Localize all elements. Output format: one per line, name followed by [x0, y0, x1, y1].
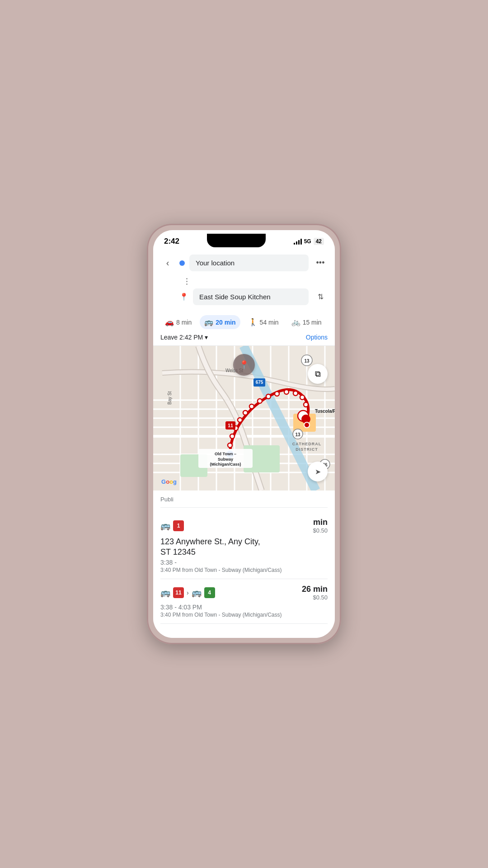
navigate-button[interactable]: ➤: [308, 462, 328, 481]
leave-time-label: Leave 2:42 PM: [160, 334, 203, 341]
transit-time: 20 min: [216, 319, 235, 326]
walk-time: 54 min: [260, 319, 279, 326]
svg-point-27: [249, 404, 254, 409]
phone-frame: 2:42 5G 42 ‹: [147, 224, 341, 644]
route-1-address: 123 Anywhere St., Any City,ST 12345: [160, 537, 328, 558]
svg-text:(Michigan/Cass): (Michigan/Cass): [210, 462, 241, 467]
destination-input[interactable]: [193, 288, 309, 305]
fly-icon: ✈: [334, 318, 335, 326]
notch: [207, 234, 266, 247]
route-card-1[interactable]: 🚌 1 min $0.50 123 Anywhere St., Any City…: [160, 512, 328, 579]
svg-point-30: [275, 392, 279, 396]
layers-icon: ⧉: [315, 369, 321, 379]
svg-point-37: [304, 422, 310, 428]
route-2-from: 3:40 PM from Old Town - Subway (Michigan…: [160, 612, 328, 618]
svg-point-29: [266, 394, 271, 399]
leave-time-button[interactable]: Leave 2:42 PM ▾: [160, 334, 208, 341]
bike-icon: 🚲: [291, 318, 300, 326]
transport-section: 🚗 8 min 🚌 20 min 🚶 54 min 🚲 15 min ✈: [153, 311, 335, 329]
svg-text:Subway: Subway: [218, 457, 233, 462]
transfer-arrow-icon: ›: [187, 589, 189, 596]
transport-bike[interactable]: 🚲 15 min: [287, 315, 326, 329]
route-card-2[interactable]: 🚌 11 › 🚌 4 26 min $0.50 3:38 - 4:03 PM 3…: [160, 579, 328, 624]
connector-dots: [179, 274, 194, 288]
layers-button[interactable]: ⧉: [308, 364, 328, 384]
route-2-time: 26 min $0.50: [302, 585, 328, 601]
chevron-down-icon: ▾: [205, 334, 208, 341]
route-badge-2a: 11: [173, 587, 184, 598]
route-badge-1: 1: [173, 520, 184, 531]
route-2-times: 3:38 - 4:03 PM: [160, 604, 328, 611]
route-badge-2b: 4: [204, 587, 215, 598]
route-1-icons: 🚌 1: [160, 520, 184, 531]
nav-section: ‹ ••• 📍 ⇅: [153, 249, 335, 311]
transit-section: Publi 🚌 1 min $0.50: [153, 491, 335, 638]
svg-point-26: [243, 410, 248, 415]
route-1-time: min $0.50: [313, 518, 328, 534]
route-1-cost: $0.50: [313, 527, 328, 534]
transport-fly[interactable]: ✈ —: [330, 315, 335, 329]
drive-icon: 🚗: [165, 318, 174, 326]
svg-text:Old Town –: Old Town –: [215, 452, 236, 456]
svg-point-31: [284, 390, 289, 394]
transport-walk[interactable]: 🚶 54 min: [244, 315, 283, 329]
route-1-from: 3:40 PM from Old Town - Subway (Michigan…: [160, 567, 328, 573]
battery-label: 42: [314, 238, 324, 245]
signal-bars: [294, 238, 302, 245]
drive-time: 8 min: [176, 319, 192, 326]
route-1-header: 🚌 1 min $0.50: [160, 518, 328, 534]
walk-icon: 🚶: [249, 318, 258, 326]
svg-point-23: [230, 434, 235, 439]
svg-point-33: [300, 395, 305, 400]
map-section: 11 13 675 13 46 Weiss St Bay St CATHEDRA…: [153, 346, 335, 491]
svg-point-28: [258, 399, 262, 403]
status-icons: 5G 42: [294, 238, 324, 245]
route-2-cost: $0.50: [302, 594, 328, 601]
location-pin-icon: 📍: [239, 360, 249, 370]
swap-button[interactable]: ⇅: [313, 290, 328, 304]
svg-point-25: [238, 418, 242, 422]
svg-text:675: 675: [256, 380, 263, 385]
leave-section: Leave 2:42 PM ▾ Options: [153, 329, 335, 346]
svg-text:13: 13: [295, 432, 300, 437]
divider-1: [160, 507, 328, 508]
svg-text:Goog: Goog: [161, 478, 177, 485]
more-options-button[interactable]: •••: [313, 256, 328, 270]
route-2-header: 🚌 11 › 🚌 4 26 min $0.50: [160, 585, 328, 601]
origin-input[interactable]: [189, 255, 309, 271]
status-time: 2:42: [164, 237, 179, 246]
phone-screen: 2:42 5G 42 ‹: [153, 230, 335, 638]
center-location-button[interactable]: 📍: [233, 354, 255, 376]
options-button[interactable]: Options: [306, 334, 328, 341]
section-label: Publi: [160, 496, 328, 503]
svg-text:CATHEDRAL: CATHEDRAL: [292, 442, 321, 446]
navigate-icon: ➤: [315, 467, 321, 476]
bus-icon-3: 🚌: [192, 588, 202, 598]
origin-row: ‹ •••: [160, 255, 328, 271]
destination-row: 📍 ⇅: [160, 288, 328, 305]
svg-text:Tuscola/Par: Tuscola/Par: [315, 409, 335, 414]
destination-pin-icon: 📍: [179, 292, 188, 301]
route-2-duration: 26 min: [302, 585, 328, 594]
svg-text:Bay St: Bay St: [167, 391, 172, 405]
app-content: ‹ ••• 📍 ⇅: [153, 249, 335, 638]
bike-time: 15 min: [303, 319, 322, 326]
status-bar: 2:42 5G 42: [153, 230, 335, 249]
bus-icon-2: 🚌: [160, 588, 170, 598]
transit-icon: 🚌: [204, 318, 213, 326]
svg-text:13: 13: [304, 359, 310, 363]
svg-text:11: 11: [228, 423, 233, 428]
origin-dot-icon: [179, 260, 185, 266]
route-1-times: 3:38 -: [160, 559, 328, 566]
route-2-icons: 🚌 11 › 🚌 4: [160, 587, 215, 598]
bus-icon-1: 🚌: [160, 521, 170, 531]
svg-point-22: [228, 443, 232, 448]
transport-drive[interactable]: 🚗 8 min: [160, 315, 196, 329]
svg-point-32: [293, 391, 298, 396]
svg-text:DISTRICT: DISTRICT: [296, 447, 318, 452]
network-label: 5G: [304, 238, 311, 245]
transport-transit[interactable]: 🚌 20 min: [200, 315, 240, 329]
back-button[interactable]: ‹: [160, 256, 175, 270]
svg-point-34: [304, 402, 308, 407]
route-1-duration: min: [313, 518, 328, 527]
